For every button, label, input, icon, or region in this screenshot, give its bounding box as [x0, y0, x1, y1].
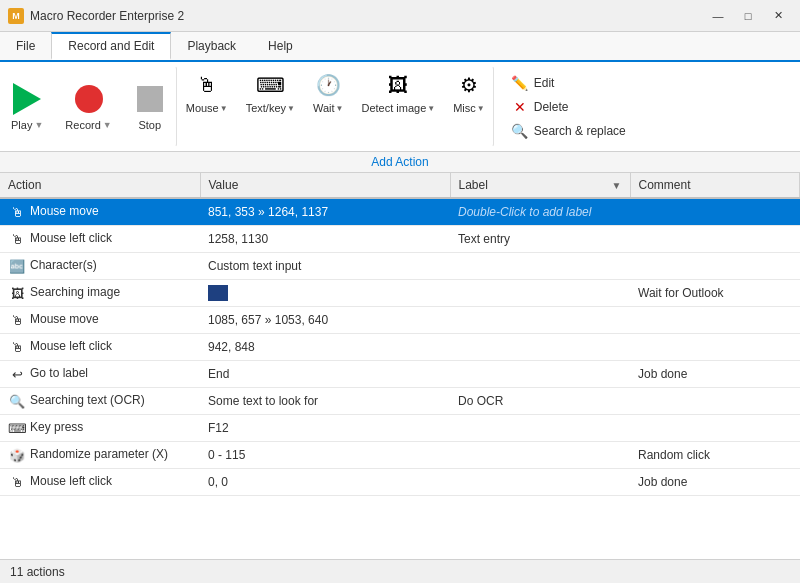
titlebar-controls: — □ ✕: [704, 6, 792, 26]
col-header-value: Value: [200, 173, 450, 198]
table-row[interactable]: ↩Go to labelEndJob done: [0, 361, 800, 388]
mouse-button[interactable]: 🖱 Mouse ▼: [177, 66, 237, 147]
play-button[interactable]: Play ▼: [0, 66, 54, 147]
cell-value: [200, 280, 450, 307]
cell-action: 🖱Mouse move: [0, 307, 200, 334]
cell-value: 1258, 1130: [200, 226, 450, 253]
titlebar: M Macro Recorder Enterprise 2 — □ ✕: [0, 0, 800, 32]
wait-label: Wait: [313, 102, 335, 114]
cell-action: ⌨Key press: [0, 415, 200, 442]
cell-label[interactable]: [450, 469, 630, 496]
row-icon: 🖱: [8, 203, 26, 221]
table-row[interactable]: 🖼Searching imageWait for Outlook: [0, 280, 800, 307]
menu-file[interactable]: File: [0, 32, 51, 60]
cell-comment: Random click: [630, 442, 800, 469]
row-icon: 🔤: [8, 257, 26, 275]
add-action-row: Add Action: [0, 152, 800, 173]
row-icon: 🖱: [8, 230, 26, 248]
cell-label[interactable]: [450, 361, 630, 388]
table-row[interactable]: 🖱Mouse left click942, 848: [0, 334, 800, 361]
mouse-icon: 🖱: [193, 71, 221, 99]
wait-icon: 🕐: [314, 71, 342, 99]
menu-help[interactable]: Help: [252, 32, 309, 60]
minimize-button[interactable]: —: [704, 6, 732, 26]
cell-label[interactable]: Text entry: [450, 226, 630, 253]
delete-label: Delete: [534, 100, 569, 114]
mouse-label: Mouse: [186, 102, 219, 114]
detect-label: Detect image: [361, 102, 426, 114]
play-icon: [11, 83, 43, 115]
cell-label[interactable]: [450, 415, 630, 442]
add-action-button[interactable]: Add Action: [371, 155, 428, 169]
edit-button[interactable]: ✏️ Edit: [506, 73, 632, 93]
cell-comment: [630, 307, 800, 334]
actions-table: Action Value Label ▼ Comment 🖱Mouse move…: [0, 173, 800, 496]
cell-label[interactable]: [450, 280, 630, 307]
table-row[interactable]: 🔤Character(s)Custom text input: [0, 253, 800, 280]
cell-comment: Job done: [630, 361, 800, 388]
cell-label[interactable]: [450, 334, 630, 361]
textkey-button[interactable]: ⌨ Text/key ▼: [237, 66, 304, 147]
search-replace-button[interactable]: 🔍 Search & replace: [506, 121, 632, 141]
cell-value: Some text to look for: [200, 388, 450, 415]
row-icon: 🎲: [8, 446, 26, 464]
record-button[interactable]: Record ▼: [54, 66, 122, 147]
row-icon: ↩: [8, 365, 26, 383]
row-icon: 🖱: [8, 338, 26, 356]
cell-comment: Job done: [630, 469, 800, 496]
delete-button[interactable]: ✕ Delete: [506, 97, 632, 117]
table-row[interactable]: 🖱Mouse move851, 353 » 1264, 1137Double-C…: [0, 198, 800, 226]
row-icon: 🔍: [8, 392, 26, 410]
cell-action: 🔤Character(s): [0, 253, 200, 280]
row-icon: ⌨: [8, 419, 26, 437]
cell-label[interactable]: [450, 253, 630, 280]
menu-playback[interactable]: Playback: [171, 32, 252, 60]
cell-value: Custom text input: [200, 253, 450, 280]
cell-comment: [630, 198, 800, 226]
row-icon: 🖱: [8, 473, 26, 491]
cell-action: 🖼Searching image: [0, 280, 200, 307]
record-icon: [73, 83, 105, 115]
cell-comment: [630, 388, 800, 415]
table-row[interactable]: 🖱Mouse left click1258, 1130Text entry: [0, 226, 800, 253]
maximize-button[interactable]: □: [734, 6, 762, 26]
menubar: File Record and Edit Playback Help: [0, 32, 800, 62]
cell-label[interactable]: [450, 307, 630, 334]
table-row[interactable]: ⌨Key pressF12: [0, 415, 800, 442]
row-icon: 🖼: [8, 284, 26, 302]
cell-value: F12: [200, 415, 450, 442]
delete-icon: ✕: [512, 99, 528, 115]
wait-button[interactable]: 🕐 Wait ▼: [304, 66, 353, 147]
row-icon: 🖱: [8, 311, 26, 329]
statusbar: 11 actions: [0, 559, 800, 583]
menu-record-edit[interactable]: Record and Edit: [51, 32, 171, 60]
table-row[interactable]: 🎲Randomize parameter (X)0 - 115Random cl…: [0, 442, 800, 469]
edit-label: Edit: [534, 76, 555, 90]
misc-icon: ⚙: [455, 71, 483, 99]
cell-comment: [630, 226, 800, 253]
stop-button[interactable]: Stop: [123, 66, 177, 147]
cell-label[interactable]: Do OCR: [450, 388, 630, 415]
cell-label[interactable]: [450, 442, 630, 469]
cell-label[interactable]: Double-Click to add label: [450, 198, 630, 226]
col-header-action: Action: [0, 173, 200, 198]
detect-image-button[interactable]: 🖼 Detect image ▼: [352, 66, 444, 147]
play-label: Play: [11, 119, 32, 131]
cell-action: 🔍Searching text (OCR): [0, 388, 200, 415]
table-row[interactable]: 🖱Mouse left click0, 0Job done: [0, 469, 800, 496]
misc-label: Misc: [453, 102, 476, 114]
col-header-comment: Comment: [630, 173, 800, 198]
pencil-icon: ✏️: [512, 75, 528, 91]
cell-action: 🖱Mouse left click: [0, 469, 200, 496]
col-header-label[interactable]: Label ▼: [450, 173, 630, 198]
table-row[interactable]: 🖱Mouse move1085, 657 » 1053, 640: [0, 307, 800, 334]
cell-action: 🖱Mouse left click: [0, 334, 200, 361]
table-body: 🖱Mouse move851, 353 » 1264, 1137Double-C…: [0, 198, 800, 496]
cell-value: 1085, 657 » 1053, 640: [200, 307, 450, 334]
close-button[interactable]: ✕: [764, 6, 792, 26]
cell-value: 0, 0: [200, 469, 450, 496]
cell-comment: [630, 334, 800, 361]
misc-button[interactable]: ⚙ Misc ▼: [444, 66, 494, 147]
table-row[interactable]: 🔍Searching text (OCR)Some text to look f…: [0, 388, 800, 415]
ribbon: Play ▼ Record ▼ Stop 🖱 Mouse ▼ ⌨ Text/ke…: [0, 62, 800, 152]
